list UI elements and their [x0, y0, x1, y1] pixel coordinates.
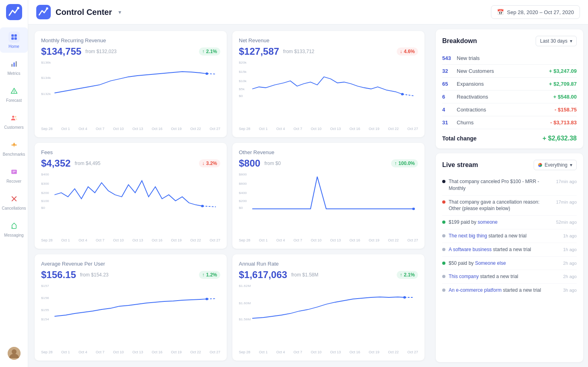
chart-value-other-revenue: $800: [239, 158, 260, 169]
livestream-link[interactable]: This company: [449, 274, 479, 279]
churns-value: - $3,713.83: [550, 120, 577, 126]
svg-text:$0: $0: [239, 94, 243, 97]
contractions-count: 4: [442, 107, 454, 113]
chart-from-arpu: from $154.23: [80, 272, 109, 278]
sidebar-item-benchmarks[interactable]: Benchmarks: [0, 135, 28, 161]
svg-text:$10k: $10k: [239, 79, 247, 82]
sidebar-label-cancellations: Cancellations: [2, 206, 26, 210]
livestream-link[interactable]: A software business: [449, 247, 492, 252]
livestream-indicator: [442, 221, 445, 224]
livestream-item-time: 1h ago: [563, 233, 577, 238]
breakdown-row-expansions: 65 Expansions + $2,709.87: [442, 78, 577, 91]
livestream-link[interactable]: The next big thing: [449, 233, 487, 239]
down-arrow-icon-fees: ↓: [202, 161, 205, 166]
svg-text:$600: $600: [239, 181, 247, 185]
chart-x-labels-arpu: Sep 28Oct 1Oct 4Oct 7Oct 10Oct 13Oct 16O…: [41, 350, 220, 354]
chart-title-mrr: Monthly Recurring Revenue: [41, 37, 220, 43]
contractions-label: Contractions: [457, 107, 555, 113]
svg-text:$20k: $20k: [239, 60, 247, 64]
sidebar-label-customers: Customers: [4, 125, 23, 130]
chart-value-arr: $1,617,063: [239, 269, 287, 280]
livestream-link[interactable]: someone: [478, 219, 497, 225]
sidebar-item-home[interactable]: Home: [0, 27, 28, 53]
chart-badge-arpu: ↑ 1.2%: [199, 271, 220, 279]
chart-value-net-revenue: $127,587: [239, 46, 279, 57]
chart-from-arr: from $1.58M: [291, 272, 318, 278]
chart-value-fees: $4,352: [41, 158, 70, 169]
livestream-link[interactable]: An e-commerce platform: [449, 287, 501, 293]
chart-x-labels-fees: Sep 28Oct 1Oct 4Oct 7Oct 10Oct 13Oct 16O…: [41, 238, 220, 242]
livestream-link[interactable]: Someone else: [475, 260, 506, 266]
sidebar-item-recover[interactable]: Recover: [0, 162, 28, 188]
svg-point-57: [403, 296, 406, 299]
livestream-filter-dropdown[interactable]: Everything ▾: [534, 160, 577, 170]
header: Control Center ▾ 📅 Sep 28, 2020 – Oct 27…: [28, 0, 588, 25]
chart-card-arr: Annual Run Rate $1,617,063 from $1.58M ↑…: [232, 254, 424, 361]
svg-text:$200: $200: [239, 199, 247, 202]
chart-title-other-revenue: Other Revenue: [239, 149, 418, 155]
chart-svg-fees: $400 $300 $200 $100 $0: [41, 171, 220, 237]
livestream-item: That company canceled Pro $100 - MRR - M…: [442, 175, 577, 196]
breakdown-dropdown[interactable]: Last 30 days ▾: [536, 36, 577, 46]
total-label: Total change: [442, 135, 542, 142]
svg-rect-17: [11, 170, 17, 174]
svg-text:$134k: $134k: [41, 76, 51, 79]
sidebar-item-cancellations[interactable]: Cancellations: [0, 189, 28, 214]
livestream-item: A software business started a new trial1…: [442, 243, 577, 257]
svg-point-13: [14, 116, 16, 118]
livestream-item-text: $50 paid by Someone else: [449, 260, 560, 267]
chart-svg-mrr: $136k $134k $132k: [41, 59, 220, 125]
chart-card-arpu: Average Revenue Per User $156.15 from $1…: [35, 254, 227, 361]
sidebar-item-metrics[interactable]: Metrics: [0, 54, 28, 80]
svg-rect-6: [11, 64, 12, 67]
expansions-count: 65: [442, 81, 454, 87]
new-trials-label: New trials: [457, 55, 480, 61]
sidebar-label-recover: Recover: [6, 179, 21, 184]
sidebar-item-forecast[interactable]: Forecast: [0, 81, 28, 107]
sidebar-item-messaging[interactable]: Messaging: [0, 216, 28, 241]
header-logo: [36, 5, 51, 19]
chart-x-labels-other-revenue: Sep 28Oct 1Oct 4Oct 7Oct 10Oct 13Oct 16O…: [239, 238, 418, 242]
svg-text:$0: $0: [239, 206, 243, 209]
breakdown-row-new-customers: 32 New Customers + $3,247.09: [442, 65, 577, 78]
livestream-item: That company gave a cancellation reason:…: [442, 196, 577, 216]
svg-rect-8: [15, 61, 17, 67]
svg-point-30: [205, 72, 208, 75]
svg-rect-3: [14, 34, 17, 37]
churns-label: Churns: [457, 120, 550, 126]
livestream-items: That company canceled Pro $100 - MRR - M…: [442, 175, 577, 297]
date-range-picker[interactable]: 📅 Sep 28, 2020 – Oct 27, 2020: [491, 5, 580, 19]
down-arrow-icon: ↓: [400, 49, 402, 54]
svg-text:$1.60M: $1.60M: [239, 301, 251, 305]
livestream-filter-label: Everything: [545, 162, 567, 168]
sidebar-label-forecast: Forecast: [6, 98, 22, 103]
svg-marker-16: [13, 145, 15, 147]
sidebar-label-messaging: Messaging: [4, 233, 23, 237]
livestream-indicator: [442, 289, 445, 292]
calendar-icon: 📅: [497, 9, 504, 15]
user-avatar[interactable]: [8, 347, 21, 360]
chart-value-mrr: $134,755: [41, 46, 81, 57]
up-arrow-icon-other: ↑: [394, 161, 397, 166]
svg-rect-19: [12, 172, 14, 173]
sidebar-item-customers[interactable]: Customers: [0, 108, 28, 134]
svg-text:$400: $400: [239, 191, 247, 194]
svg-text:$15k: $15k: [239, 70, 247, 73]
svg-point-42: [201, 205, 204, 207]
title-chevron-icon[interactable]: ▾: [118, 9, 121, 15]
chart-svg-arr: $1.62M $1.60M $1.58M: [239, 282, 418, 348]
livestream-item-text: $199 paid by someone: [449, 219, 553, 226]
livestream-item-text: The next big thing started a new trial: [449, 233, 560, 239]
breakdown-dropdown-arrow: ▾: [570, 38, 572, 44]
livestream-item: $50 paid by Someone else2h ago: [442, 257, 577, 270]
new-trials-count: 543: [442, 55, 454, 61]
livestream-indicator: [442, 234, 445, 237]
svg-text:$5k: $5k: [239, 87, 245, 91]
breakdown-new-trials-row: 543 New trials: [442, 52, 577, 65]
chart-badge-mrr: ↑ 2.1%: [199, 47, 220, 56]
churns-count: 31: [442, 120, 454, 126]
breakdown-row-contractions: 4 Contractions - $158.75: [442, 103, 577, 116]
chart-title-net-revenue: Net Revenue: [239, 37, 418, 43]
livestream-item: This company started a new trial2h ago: [442, 270, 577, 284]
livestream-dropdown-arrow: ▾: [570, 162, 572, 168]
